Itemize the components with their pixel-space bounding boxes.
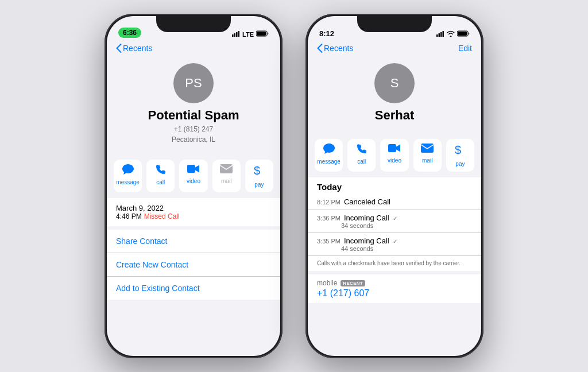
call-item-1: 8:12 PM Canceled Call [308,194,481,210]
video-label-2: video [388,157,401,164]
notch-2 [357,16,432,32]
status-icons-2 [436,30,470,38]
call-type-2-2: Incoming Call [344,214,389,222]
status-time-1: 6:36 [118,28,141,38]
mail-button-1[interactable]: mail [212,160,241,192]
call-item-3: 3:35 PM Incoming Call ✓ 44 seconds [308,233,481,256]
call-duration-2-3: 44 seconds [317,245,472,252]
add-to-existing-action[interactable]: Add to Existing Contact [107,277,280,300]
call-icon-2 [357,144,367,157]
video-button-1[interactable]: video [179,160,207,192]
today-label: Today [308,177,481,194]
notch-1 [156,16,231,32]
video-label-1: video [187,178,200,184]
signal-icon-2 [436,31,444,38]
mail-icon-1 [220,164,233,176]
nav-bar-1: Recents [107,41,280,57]
call-time-1: 4:46 PM [116,212,142,220]
svg-rect-16 [421,144,434,153]
check-icon-2-2: ✓ [393,215,397,222]
svg-rect-15 [388,144,396,152]
svg-text:$: $ [254,164,260,177]
check-icon-2-3: ✓ [393,238,397,245]
video-icon-1 [187,164,200,176]
mobile-label: mobile [317,279,337,287]
action-buttons-2: message call video [308,133,481,177]
video-button-2[interactable]: video [380,139,408,172]
call-button-2[interactable]: call [347,139,376,172]
mail-label-2: mail [422,157,432,164]
pay-label-1: pay [254,181,264,188]
pay-button-1[interactable]: $ pay [245,160,273,192]
pay-icon-2: $ [455,144,465,159]
call-item-2: 3:36 PM Incoming Call ✓ 34 seconds [308,210,481,233]
message-button-1[interactable]: message [114,160,142,192]
call-date-1: March 9, 2022 [116,204,271,212]
svg-rect-11 [440,32,442,37]
mobile-number[interactable]: +1 (217) 607 [317,288,472,299]
call-duration-2-2: 34 seconds [317,222,472,229]
list-actions-1: Share Contact Create New Contact Add to … [107,230,280,300]
contact-phone-1: +1 (815) 247 Pecatonica, IL [172,124,215,145]
pay-label-2: pay [455,161,465,167]
carrier-label-1: LTE [242,31,254,38]
back-button-2[interactable]: Recents [317,44,353,53]
call-time-2-1: 8:12 PM [317,199,341,206]
wifi-icon-2 [447,30,455,38]
status-time-2: 8:12 [319,29,334,38]
contact-name-1: Potential Spam [148,108,239,123]
nav-bar-2: Recents Edit [308,41,481,57]
call-time-2-2: 3:36 PM [317,215,341,222]
message-label-1: message [116,179,140,185]
message-label-2: message [317,158,341,165]
phone-content-2: Recents Edit S Serhat message [308,41,481,356]
svg-rect-7 [220,164,233,173]
phone-1: 6:36 LTE Recents [105,14,283,358]
contact-header-1: PS Potential Spam +1 (815) 247 Pecatonic… [107,57,280,154]
call-icon-1 [156,164,166,177]
svg-rect-1 [234,33,236,37]
call-button-1[interactable]: call [146,160,175,192]
battery-icon-2 [457,30,470,38]
avatar-1: PS [173,63,214,103]
svg-rect-6 [187,165,195,173]
svg-rect-3 [238,31,240,37]
status-icons-1: LTE [232,30,269,38]
mail-label-1: mail [221,178,231,184]
call-time-2-3: 3:35 PM [317,238,341,245]
contact-header-2: S Serhat [308,57,481,133]
svg-rect-5 [257,32,266,36]
call-type-2-3: Incoming Call [344,237,389,245]
verified-note: Calls with a checkmark have been verifie… [308,256,481,271]
message-icon-1 [122,164,134,177]
signal-icon-1 [232,31,240,38]
svg-rect-0 [232,34,234,37]
pay-icon-1: $ [254,164,264,180]
call-label-1: call [156,179,165,185]
action-buttons-1: message call video [107,154,280,198]
mail-icon-2 [421,144,434,156]
message-button-2[interactable]: message [315,139,343,172]
svg-text:$: $ [455,144,461,156]
call-label-2: call [357,158,366,165]
recent-badge: RECENT [341,280,365,286]
avatar-2: S [374,63,415,103]
edit-button-2[interactable]: Edit [458,44,472,53]
mobile-section: mobile RECENT +1 (217) 607 [308,274,481,303]
pay-button-2[interactable]: $ pay [446,139,474,172]
svg-rect-10 [439,33,440,37]
call-log-item-1: March 9, 2022 4:46 PM Missed Call [107,198,280,226]
svg-rect-12 [443,31,444,37]
call-log-section-1: March 9, 2022 4:46 PM Missed Call [107,198,280,226]
share-contact-action[interactable]: Share Contact [107,230,280,253]
svg-rect-2 [236,32,238,37]
message-icon-2 [323,144,335,157]
call-type-1: Missed Call [144,212,180,220]
back-button-1[interactable]: Recents [116,44,152,53]
phone-2: 8:12 [305,14,483,358]
calls-section-2: Today 8:12 PM Canceled Call 3:36 PM Inco… [308,177,481,271]
call-type-2-1: Canceled Call [344,197,390,206]
mail-button-2[interactable]: mail [413,139,442,172]
contact-name-2: Serhat [375,108,414,123]
create-new-contact-action[interactable]: Create New Contact [107,253,280,277]
